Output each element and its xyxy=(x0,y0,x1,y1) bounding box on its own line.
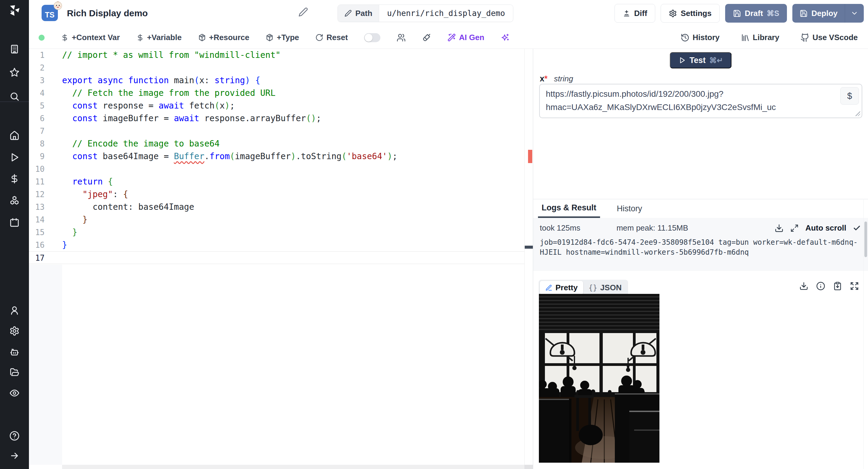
deploy-more-button[interactable] xyxy=(845,4,864,23)
insert-variable-button[interactable]: $ xyxy=(840,87,859,104)
download-result-button[interactable] xyxy=(799,282,808,290)
draft-button[interactable]: Draft ⌘S xyxy=(725,4,787,23)
code-line[interactable]: 3export async function main(x: string) { xyxy=(29,74,524,87)
maximize-icon xyxy=(790,224,799,232)
collaborators-button[interactable] xyxy=(397,33,406,42)
scrollbar-corner xyxy=(524,465,533,469)
ai-gen-button[interactable]: AI Gen xyxy=(447,33,484,42)
status-dot xyxy=(38,35,44,41)
expand-logs-button[interactable] xyxy=(790,224,799,232)
code-line[interactable]: 14 } xyxy=(29,213,524,226)
error-marker xyxy=(528,150,532,163)
code-line[interactable]: 5 const response = await fetch(x); xyxy=(29,99,524,112)
horizontal-scrollbar[interactable] xyxy=(62,465,524,469)
line-content: } xyxy=(62,213,87,226)
sidebar-item-runs[interactable] xyxy=(8,151,21,164)
eye-icon xyxy=(9,388,20,398)
history-button[interactable]: History xyxy=(681,33,720,42)
diff-button[interactable]: Diff xyxy=(615,4,655,23)
code-line[interactable]: 7 xyxy=(29,125,524,137)
code-line[interactable]: 13 content: base64Image xyxy=(29,201,524,213)
search-icon xyxy=(9,91,20,101)
code-line[interactable]: 8 // Encode the image to base64 xyxy=(29,137,524,150)
paintbrush-icon xyxy=(422,33,431,42)
add-type-button[interactable]: +Type xyxy=(266,33,299,42)
deploy-button[interactable]: Deploy xyxy=(792,4,845,23)
argument-input[interactable]: https://fastly.picsum.photos/id/192/200/… xyxy=(539,84,862,118)
code-line[interactable]: 1// import * as wmill from "windmill-cli… xyxy=(29,49,524,61)
settings-button[interactable]: Settings xyxy=(661,4,720,23)
line-content: const imageBuffer = await response.array… xyxy=(62,112,321,125)
argument-value[interactable]: https://fastly.picsum.photos/id/192/200/… xyxy=(546,87,829,114)
code-line[interactable]: 16} xyxy=(29,239,524,251)
multiplayer-toggle[interactable] xyxy=(364,33,380,42)
copy-result-button[interactable] xyxy=(833,282,842,290)
package-icon xyxy=(266,33,274,41)
sidebar-item-search[interactable] xyxy=(8,90,21,103)
dollar-icon xyxy=(61,34,69,41)
library-label: Library xyxy=(753,33,779,42)
auto-scroll-checkbox[interactable] xyxy=(853,224,861,232)
ai-suggestions-button[interactable] xyxy=(501,33,509,42)
sidebar-item-workers[interactable] xyxy=(8,345,21,359)
code-line[interactable]: 15 } xyxy=(29,226,524,239)
download-icon xyxy=(799,282,808,290)
format-code-button[interactable] xyxy=(422,33,431,42)
result-info-button[interactable] xyxy=(816,282,825,290)
edit-summary-button[interactable] xyxy=(299,7,308,17)
ai-gen-label: AI Gen xyxy=(459,33,484,42)
line-content: export async function main(x: string) { xyxy=(62,74,260,87)
sidebar-item-variables[interactable] xyxy=(8,172,21,185)
sidebar-item-settings[interactable] xyxy=(8,324,21,338)
code-editor[interactable]: 1// import * as wmill from "windmill-cli… xyxy=(29,49,533,469)
panel-scrollbar[interactable] xyxy=(864,222,867,257)
view-json-button[interactable]: {} JSON xyxy=(583,281,627,294)
sidebar-item-home[interactable] xyxy=(8,129,21,142)
tab-history[interactable]: History xyxy=(613,199,646,218)
sidebar-item-schedules[interactable] xyxy=(8,216,21,229)
code-line[interactable]: 4 // Fetch the image from the provided U… xyxy=(29,87,524,99)
expand-result-button[interactable] xyxy=(850,282,859,290)
code-line[interactable]: 17 xyxy=(29,251,524,264)
windmill-logo[interactable] xyxy=(8,4,21,17)
sidebar-item-users[interactable] xyxy=(8,304,21,317)
download-icon xyxy=(775,224,784,233)
sidebar-expand[interactable] xyxy=(8,449,21,462)
tab-logs-result[interactable]: Logs & Result xyxy=(538,199,600,218)
line-number: 12 xyxy=(29,188,62,201)
line-number: 8 xyxy=(29,137,62,150)
use-vscode-label: Use VScode xyxy=(812,33,858,42)
add-variable-button[interactable]: +Variable xyxy=(136,33,182,42)
result-image xyxy=(539,294,659,463)
line-number: 7 xyxy=(29,125,62,137)
sidebar-item-resources[interactable] xyxy=(8,194,21,207)
view-pretty-button[interactable]: Pretty xyxy=(540,281,583,294)
sidebar-item-help[interactable] xyxy=(8,429,21,442)
path-button[interactable]: Path u/henri/rich_display_demo xyxy=(338,4,513,22)
add-resource-button[interactable]: +Resource xyxy=(198,33,250,42)
line-number: 2 xyxy=(29,61,62,74)
code-line[interactable]: 12 "jpeg": { xyxy=(29,188,524,201)
code-line[interactable]: 9 const base64Image = Buffer.from(imageB… xyxy=(29,150,524,163)
download-logs-button[interactable] xyxy=(775,224,784,233)
code-line[interactable]: 2 xyxy=(29,61,524,74)
code-line[interactable]: 10 xyxy=(29,163,524,176)
add-context-var-button[interactable]: +Context Var xyxy=(61,33,120,42)
sidebar-item-favorites[interactable] xyxy=(8,66,21,79)
line-content: // Fetch the image from the provided URL xyxy=(62,87,276,99)
logs-pane: took 125ms mem peak: 11.15MB Auto scroll xyxy=(533,218,868,271)
test-button[interactable]: Test ⌘↵ xyxy=(670,52,732,68)
sidebar-item-folders[interactable] xyxy=(8,366,21,379)
reset-button[interactable]: Reset xyxy=(315,33,348,42)
library-button[interactable]: Library xyxy=(741,33,779,42)
code-line[interactable]: 11 return { xyxy=(29,176,524,188)
line-number: 16 xyxy=(29,239,62,251)
help-icon xyxy=(9,431,20,441)
history-icon xyxy=(681,33,689,42)
sidebar-item-workspace[interactable] xyxy=(8,42,21,56)
argument-type: string xyxy=(554,74,573,83)
use-vscode-button[interactable]: Use VScode xyxy=(801,33,858,42)
sidebar-item-audit[interactable] xyxy=(8,386,21,400)
resize-handle[interactable] xyxy=(855,111,860,116)
code-line[interactable]: 6 const imageBuffer = await response.arr… xyxy=(29,112,524,125)
